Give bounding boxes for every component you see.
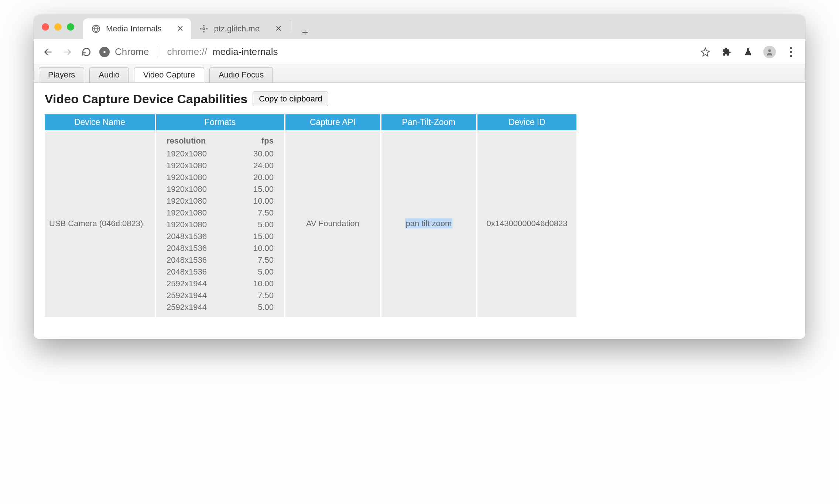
svg-point-2 [203,25,204,26]
toolbar-right [699,46,797,58]
nav-back-button[interactable] [42,46,54,58]
format-fps: 5.00 [233,219,282,231]
window-minimize-button[interactable] [54,23,62,31]
table-column-header[interactable]: Pan-Tilt-Zoom [381,114,477,130]
formats-cell: resolutionfps1920x108030.001920x108024.0… [155,130,285,317]
capture-api-cell: AV Foundation [285,130,381,317]
device-name-cell: USB Camera (046d:0823) [45,130,155,317]
svg-point-4 [201,28,201,29]
format-fps: 7.50 [233,290,282,301]
origin-label: Chrome [115,46,149,58]
labs-icon[interactable] [742,46,754,58]
tab-close-icon[interactable]: ✕ [275,24,282,34]
page-tab[interactable]: Video Capture [134,67,204,82]
page-tab[interactable]: Players [39,67,84,82]
svg-point-5 [207,28,208,29]
site-icon [199,24,209,34]
format-fps: 10.00 [233,195,282,207]
url-host: media-internals [212,46,278,58]
capabilities-table: Device NameFormatsCapture APIPan-Tilt-Zo… [45,114,576,317]
format-fps: 7.50 [233,207,282,219]
format-fps: 10.00 [233,242,282,254]
ptz-cell: pan tilt zoom [381,130,477,317]
format-resolution: 2048x1536 [158,231,233,242]
window-close-button[interactable] [42,23,49,31]
content-area: Video Capture Device Capabilities Copy t… [34,83,805,339]
browser-tab-inactive[interactable]: ptz.glitch.me ✕ [191,18,289,39]
browser-tabstrip: Media Internals ✕ ptz.glitch.me ✕ ＋ [34,15,805,39]
format-fps: 30.00 [233,148,282,160]
browser-tab-title: ptz.glitch.me [214,24,260,34]
profile-avatar-icon[interactable] [763,46,776,58]
format-fps: 5.00 [233,301,282,313]
svg-point-7 [103,51,105,53]
formats-fps-header: fps [233,134,282,148]
format-resolution: 2048x1536 [158,254,233,266]
format-resolution: 1920x1080 [158,207,233,219]
format-resolution: 1920x1080 [158,172,233,183]
url-scheme: chrome:// [167,46,207,58]
window-controls [42,23,74,31]
table-column-header[interactable]: Device Name [45,114,155,130]
omnibox[interactable]: Chrome chrome://media-internals [99,46,692,58]
browser-window: Media Internals ✕ ptz.glitch.me ✕ ＋ [34,15,805,339]
ptz-highlighted-text: pan tilt zoom [405,218,453,228]
bookmark-star-icon[interactable] [699,46,712,58]
new-tab-button[interactable]: ＋ [295,25,315,39]
format-resolution: 2048x1536 [158,242,233,254]
format-resolution: 2592x1944 [158,290,233,301]
format-resolution: 2048x1536 [158,266,233,278]
format-resolution: 1920x1080 [158,160,233,172]
tab-divider [290,20,290,32]
svg-point-8 [768,49,771,52]
format-fps: 15.00 [233,183,282,195]
format-resolution: 1920x1080 [158,219,233,231]
format-resolution: 2592x1944 [158,301,233,313]
format-resolution: 1920x1080 [158,148,233,160]
copy-to-clipboard-button[interactable]: Copy to clipboard [253,92,328,106]
omnibox-divider [158,46,158,58]
format-fps: 15.00 [233,231,282,242]
nav-forward-button[interactable] [61,46,73,58]
browser-tabs: Media Internals ✕ ptz.glitch.me ✕ ＋ [83,15,315,39]
table-row: USB Camera (046d:0823)resolutionfps1920x… [45,130,576,317]
tab-close-icon[interactable]: ✕ [177,24,184,34]
page-tab-bar: PlayersAudioVideo CaptureAudio Focus [34,65,805,83]
table-column-header[interactable]: Formats [155,114,285,130]
format-fps: 10.00 [233,278,282,290]
page-heading: Video Capture Device Capabilities [45,92,247,106]
table-column-header[interactable]: Device ID [477,114,576,130]
extensions-icon[interactable] [720,46,733,58]
format-fps: 24.00 [233,160,282,172]
page-tab[interactable]: Audio Focus [209,67,273,82]
svg-point-1 [203,28,205,30]
format-fps: 5.00 [233,266,282,278]
browser-tab-title: Media Internals [106,24,161,34]
format-fps: 7.50 [233,254,282,266]
window-maximize-button[interactable] [67,23,74,31]
page-tab[interactable]: Audio [89,67,129,82]
page-content: PlayersAudioVideo CaptureAudio Focus Vid… [34,65,805,339]
table-column-header[interactable]: Capture API [285,114,381,130]
browser-toolbar: Chrome chrome://media-internals [34,39,805,65]
format-resolution: 1920x1080 [158,183,233,195]
nav-reload-button[interactable] [80,46,93,58]
format-resolution: 2592x1944 [158,278,233,290]
svg-point-3 [203,31,204,32]
chrome-origin-icon [99,47,110,57]
menu-kebab-icon[interactable] [785,46,797,58]
globe-icon [91,24,101,34]
formats-resolution-header: resolution [158,134,233,148]
format-fps: 20.00 [233,172,282,183]
browser-tab-active[interactable]: Media Internals ✕ [83,18,191,39]
device-id-cell: 0x14300000046d0823 [477,130,576,317]
format-resolution: 1920x1080 [158,195,233,207]
